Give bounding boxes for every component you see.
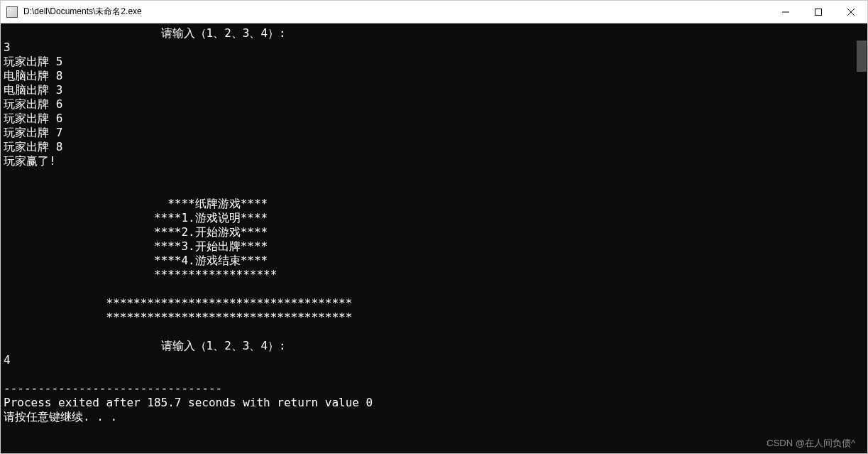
scrollbar-thumb[interactable]: [857, 40, 867, 72]
vertical-scrollbar[interactable]: [856, 23, 867, 453]
svg-rect-1: [815, 9, 822, 15]
window-controls: [769, 1, 867, 23]
minimize-icon: [782, 9, 789, 16]
watermark: CSDN @在人间负债^: [767, 437, 855, 450]
close-button[interactable]: [835, 1, 867, 23]
app-icon: [6, 6, 18, 18]
maximize-button[interactable]: [802, 1, 835, 23]
console-output[interactable]: 请输入（1、2、3、4）: 3 玩家出牌 5 电脑出牌 8 电脑出牌 3 玩家出…: [1, 23, 856, 453]
maximize-icon: [815, 9, 822, 16]
titlebar: D:\dell\Documents\未命名2.exe: [1, 1, 867, 23]
close-icon: [847, 9, 855, 16]
minimize-button[interactable]: [769, 1, 802, 23]
console-container: 请输入（1、2、3、4）: 3 玩家出牌 5 电脑出牌 8 电脑出牌 3 玩家出…: [1, 23, 867, 453]
console-window: D:\dell\Documents\未命名2.exe 请输入（1、2、3、4）:…: [0, 0, 868, 454]
window-title: D:\dell\Documents\未命名2.exe: [23, 6, 142, 18]
